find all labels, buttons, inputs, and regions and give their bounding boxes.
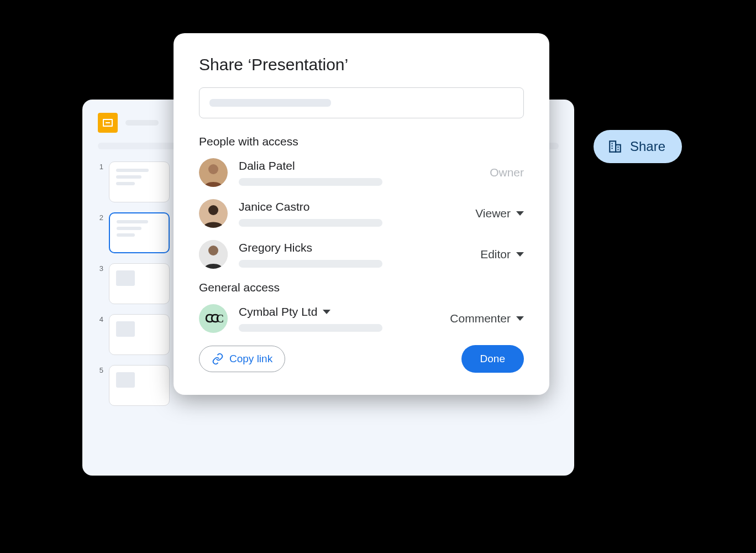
share-button-label: Share — [630, 139, 665, 154]
person-email-placeholder — [239, 260, 382, 268]
org-scope-dropdown[interactable]: Cymbal Pty Ltd — [239, 305, 439, 319]
share-dialog: Share ‘Presentation’ People with access … — [174, 33, 549, 395]
add-people-input[interactable] — [199, 87, 524, 118]
role-dropdown[interactable]: Viewer — [475, 207, 524, 220]
person-name: Janice Castro — [239, 200, 464, 213]
people-section-label: People with access — [199, 135, 524, 148]
thumb-number: 2 — [98, 213, 103, 222]
slide-thumb[interactable] — [109, 263, 170, 304]
person-email-placeholder — [239, 219, 382, 227]
slides-app-icon — [98, 113, 118, 133]
chevron-down-icon — [516, 211, 524, 216]
role-dropdown[interactable]: Commenter — [450, 312, 524, 325]
chevron-down-icon — [516, 252, 524, 257]
dialog-title: Share ‘Presentation’ — [199, 55, 524, 74]
org-description-placeholder — [239, 324, 382, 332]
svg-point-12 — [208, 246, 218, 255]
person-name: Gregory Hicks — [239, 241, 469, 254]
done-button[interactable]: Done — [461, 345, 524, 373]
svg-point-8 — [208, 164, 218, 174]
org-avatar: ⅭⅭC — [199, 304, 228, 333]
avatar — [199, 240, 228, 269]
slide-thumb[interactable] — [109, 161, 170, 202]
doc-title-placeholder — [125, 120, 159, 126]
avatar — [199, 199, 228, 228]
thumb-number: 1 — [98, 163, 103, 171]
thumb-number: 5 — [98, 366, 103, 374]
person-row: Gregory Hicks Editor — [199, 240, 524, 269]
person-row: Dalia Patel Owner — [199, 158, 524, 187]
person-row: Janice Castro Viewer — [199, 199, 524, 228]
building-icon — [608, 139, 622, 154]
input-placeholder — [209, 99, 331, 107]
slide-thumb[interactable] — [109, 365, 170, 406]
svg-point-10 — [208, 205, 218, 215]
svg-rect-1 — [616, 145, 621, 152]
slide-thumb-selected[interactable] — [109, 212, 170, 253]
avatar — [199, 158, 228, 187]
chevron-down-icon — [323, 310, 330, 314]
general-section-label: General access — [199, 281, 524, 294]
role-dropdown[interactable]: Editor — [480, 248, 524, 261]
thumb-number: 4 — [98, 315, 103, 324]
thumb-number: 3 — [98, 264, 103, 273]
link-icon — [212, 353, 224, 365]
slide-thumb[interactable] — [109, 314, 170, 355]
chevron-down-icon — [516, 316, 524, 321]
svg-rect-0 — [610, 141, 616, 152]
person-email-placeholder — [239, 178, 382, 186]
general-access-row: ⅭⅭC Cymbal Pty Ltd Commenter — [199, 304, 524, 333]
copy-link-button[interactable]: Copy link — [199, 346, 285, 372]
person-name: Dalia Patel — [239, 159, 479, 173]
role-label-owner: Owner — [490, 166, 524, 179]
share-button[interactable]: Share — [594, 130, 682, 163]
